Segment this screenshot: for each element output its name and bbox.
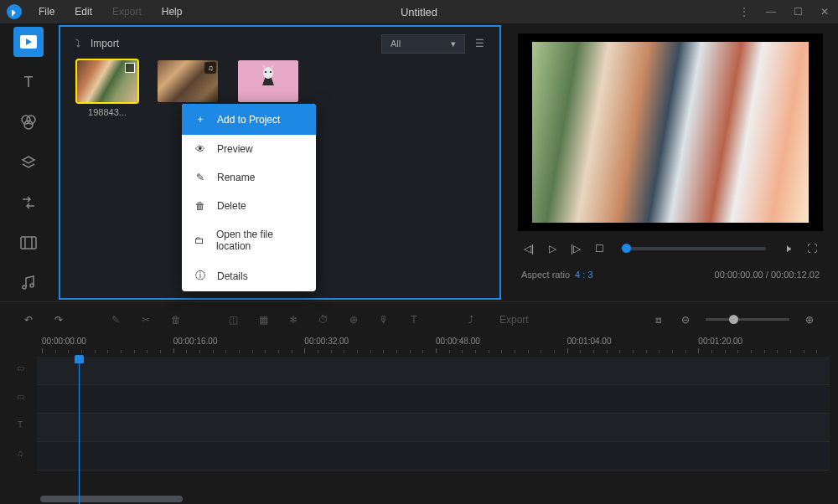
- plus-icon: ＋: [194, 112, 207, 126]
- ruler-mark: 00:00:32.00: [304, 337, 349, 346]
- next-frame-button[interactable]: |▷: [568, 243, 583, 255]
- svg-rect-5: [21, 237, 36, 249]
- ruler-mark: 00:01:04.00: [567, 337, 612, 346]
- menu-edit[interactable]: Edit: [66, 3, 101, 21]
- info-icon: ⓘ: [194, 269, 207, 283]
- mosaic-tool: ▦: [256, 314, 270, 326]
- filter-dropdown[interactable]: All ▾: [381, 34, 465, 54]
- more-icon[interactable]: ⋮: [737, 6, 751, 18]
- text-tool: T: [407, 314, 421, 326]
- crop-tool: ◫: [226, 314, 240, 326]
- audio-track-icon: ♫: [17, 449, 23, 458]
- freeze-tool: ❄: [287, 314, 300, 326]
- ruler-mark: 00:01:20.00: [698, 337, 742, 346]
- video-track-icon: ▭: [17, 363, 24, 373]
- voiceover-tool: 🎙: [377, 314, 391, 326]
- edit-tool: ✎: [109, 314, 122, 326]
- zoom-out-button[interactable]: ⊖: [679, 314, 692, 326]
- svg-point-10: [263, 67, 273, 79]
- aspect-label: Aspect ratio: [521, 270, 570, 280]
- fullscreen-button[interactable]: ⛶: [804, 243, 820, 255]
- menu-export: Export: [104, 3, 150, 21]
- pencil-icon: ✎: [194, 172, 207, 183]
- media-panel: ⤵ Import All ▾ ☰ 198843... ♫ ...: [59, 25, 501, 300]
- ctx-open-location[interactable]: 🗀Open the file location: [182, 220, 316, 260]
- sidebar-media[interactable]: [13, 27, 44, 57]
- menu-help[interactable]: Help: [153, 3, 191, 21]
- fit-button[interactable]: ⧈: [652, 314, 665, 326]
- svg-point-8: [23, 285, 26, 289]
- zoom-tool: ⊕: [347, 314, 360, 326]
- media-item-label: 198843...: [77, 107, 137, 117]
- svg-text:T: T: [24, 74, 34, 90]
- ctx-rename[interactable]: ✎Rename: [182, 163, 316, 192]
- sidebar-text[interactable]: T: [13, 67, 44, 97]
- ctx-details[interactable]: ⓘDetails: [182, 260, 316, 291]
- sidebar-transitions[interactable]: [13, 188, 44, 218]
- vertical-scrollbar[interactable]: [830, 357, 838, 504]
- window-title: Untitled: [401, 6, 437, 18]
- trash-icon: 🗑: [194, 200, 207, 212]
- cut-tool: ✂: [139, 314, 153, 326]
- preview-scrubber[interactable]: [622, 247, 766, 250]
- svg-point-12: [270, 71, 272, 73]
- timeline-ruler[interactable]: 00:00:00.0000:00:16.0000:00:32.0000:00:4…: [37, 337, 838, 357]
- speed-tool: ⏱: [317, 314, 330, 326]
- prev-frame-button[interactable]: ◁|: [521, 243, 536, 255]
- menu-file[interactable]: File: [30, 3, 63, 21]
- import-button[interactable]: Import: [91, 38, 119, 49]
- zoom-in-button[interactable]: ⊕: [803, 314, 816, 326]
- chevron-down-icon: ▾: [451, 39, 456, 49]
- svg-point-11: [265, 71, 266, 73]
- close-button[interactable]: ✕: [818, 6, 831, 18]
- undo-button[interactable]: ↶: [22, 314, 35, 326]
- ruler-mark: 00:00:00.00: [42, 337, 86, 346]
- playhead[interactable]: [79, 357, 80, 504]
- sidebar-music[interactable]: [13, 268, 44, 298]
- media-item[interactable]: 198843...: [77, 60, 137, 117]
- filter-value: All: [391, 39, 401, 49]
- svg-point-9: [30, 284, 34, 287]
- preview-viewport: [518, 33, 823, 231]
- ruler-mark: 00:00:16.00: [173, 337, 218, 346]
- list-view-toggle[interactable]: ☰: [475, 38, 484, 49]
- maximize-button[interactable]: ☐: [791, 6, 804, 18]
- export-button: Export: [499, 314, 529, 326]
- ctx-preview[interactable]: 👁Preview: [182, 135, 316, 163]
- play-button[interactable]: ▷: [545, 243, 560, 255]
- redo-button[interactable]: ↷: [52, 314, 65, 326]
- eye-icon: 👁: [194, 143, 207, 155]
- time-display: 00:00:00.00 / 00:00:12.02: [715, 270, 820, 280]
- sidebar-overlays[interactable]: [13, 147, 44, 177]
- import-icon[interactable]: ⤵: [75, 38, 80, 49]
- delete-tool: 🗑: [169, 314, 183, 326]
- pip-track-icon: ▭: [17, 392, 24, 401]
- text-track-icon: T: [18, 420, 23, 429]
- ctx-add-to-project[interactable]: ＋Add to Project: [182, 104, 316, 135]
- folder-icon: 🗀: [194, 234, 206, 246]
- volume-icon[interactable]: 🕨: [781, 243, 796, 255]
- minimize-button[interactable]: —: [764, 6, 778, 18]
- export-icon: ⤴: [464, 314, 478, 326]
- zoom-slider[interactable]: [706, 318, 789, 321]
- context-menu: ＋Add to Project 👁Preview ✎Rename 🗑Delete…: [182, 104, 316, 291]
- svg-point-3: [27, 116, 35, 124]
- ruler-mark: 00:00:48.00: [436, 337, 480, 346]
- ctx-delete[interactable]: 🗑Delete: [182, 192, 316, 220]
- sidebar-elements[interactable]: [13, 228, 44, 258]
- svg-point-4: [24, 121, 33, 129]
- media-icon: [20, 35, 37, 49]
- music-badge-icon: ♫: [204, 62, 216, 74]
- aspect-value[interactable]: 4 : 3: [575, 270, 592, 280]
- stop-button[interactable]: ☐: [592, 243, 607, 255]
- horizontal-scrollbar[interactable]: [37, 496, 828, 504]
- sidebar-filters[interactable]: [13, 107, 44, 137]
- app-logo: ⏵: [7, 4, 22, 19]
